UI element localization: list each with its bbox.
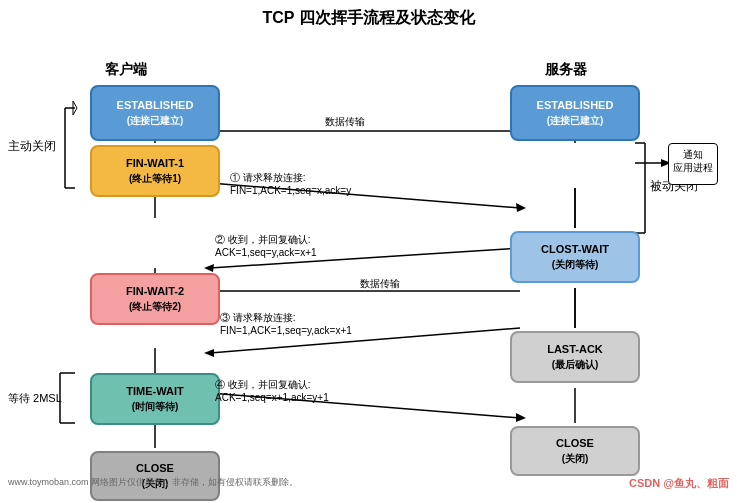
svg-marker-15 [204, 264, 214, 272]
client-established: ESTABLISHED(连接已建立) [90, 85, 220, 141]
client-section-label: 客户端 [105, 61, 147, 79]
client-fin-wait-1: FIN-WAIT-1(终止等待1) [90, 145, 220, 197]
svg-marker-13 [516, 203, 526, 212]
server-close: CLOSE(关闭) [510, 426, 640, 476]
server-last-ack: LAST-ACK(最后确认) [510, 331, 640, 383]
server-established: ESTABLISHED(连接已建立) [510, 85, 640, 141]
footer-right: CSDN @鱼丸、粗面 [629, 476, 729, 491]
footer-left: www.toymoban.com 网络图片仅供展示，非存储，如有侵权请联系删除。 [8, 476, 298, 491]
client-time-wait: TIME-WAIT(时间等待) [90, 373, 220, 425]
svg-marker-21 [516, 413, 526, 422]
data-transfer-top-label: 数据传输 [325, 115, 365, 128]
wait-2msl-label: 等待 2MSL [8, 391, 62, 406]
arrow1-label: ① 请求释放连接:FIN=1,ACK=1,seq=x,ack=y [230, 171, 351, 197]
client-fin-wait-2: FIN-WAIT-2(终止等待2) [90, 273, 220, 325]
svg-marker-19 [204, 349, 214, 357]
arrow2-label: ② 收到，并回复确认:ACK=1,seq=y,ack=x+1 [215, 233, 317, 259]
server-section-label: 服务器 [545, 61, 587, 79]
title: TCP 四次挥手流程及状态变化 [0, 0, 737, 33]
active-close-label: 主动关闭 [8, 138, 56, 155]
server-close-wait: CLOST-WAIT(关闭等待) [510, 231, 640, 283]
arrow3-label: ③ 请求释放连接:FIN=1,ACK=1,seq=y,ack=x+1 [220, 311, 352, 337]
arrow4-label: ④ 收到，并回复确认:ACK=1,seq=x+1,ack=y+1 [215, 378, 329, 404]
data-transfer-mid-label: 数据传输 [360, 277, 400, 290]
svg-marker-25 [73, 101, 77, 115]
notify-app-box: 通知 应用进程 [668, 143, 718, 185]
